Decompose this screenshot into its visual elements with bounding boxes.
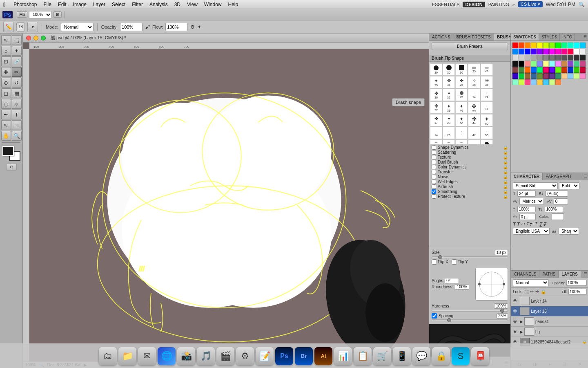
swatch-cell-26[interactable] bbox=[525, 55, 530, 61]
super-icon[interactable]: T+ bbox=[530, 221, 534, 227]
layer-14-visibility[interactable]: 👁 bbox=[513, 298, 519, 303]
scattering-cb[interactable] bbox=[432, 150, 436, 155]
history-tool[interactable]: ↺ bbox=[12, 78, 22, 88]
size-slider-track[interactable] bbox=[432, 256, 508, 258]
swatch-cell-64[interactable] bbox=[537, 73, 543, 79]
swatch-cell-45[interactable] bbox=[568, 61, 573, 67]
quick-mask-btn[interactable]: ⊙ bbox=[6, 163, 17, 171]
tablet-icon[interactable]: ✦ bbox=[197, 24, 201, 30]
swatch-cell-21[interactable] bbox=[568, 49, 573, 54]
swatch-cell-27[interactable] bbox=[531, 55, 537, 61]
menu-filter[interactable]: Filter bbox=[132, 2, 143, 7]
minimize-btn[interactable] bbox=[33, 36, 38, 40]
baseline-input[interactable] bbox=[519, 214, 536, 220]
arrange-btn[interactable]: ⊞ bbox=[53, 11, 62, 18]
swatch-cell-68[interactable] bbox=[561, 73, 567, 79]
pen-tool[interactable]: ✒ bbox=[1, 110, 11, 119]
mode-select[interactable]: Normal bbox=[61, 23, 94, 31]
brush-cell[interactable]: ✤44 bbox=[468, 114, 480, 126]
swatch-cell-33[interactable] bbox=[568, 55, 573, 61]
layer-item-bg[interactable]: 👁 ▶ bg bbox=[511, 327, 588, 337]
swatch-cell-9[interactable] bbox=[568, 43, 573, 48]
shape-dynamics-cb[interactable] bbox=[432, 145, 436, 150]
menu-view[interactable]: View bbox=[187, 2, 198, 7]
swatch-cell-75[interactable] bbox=[531, 79, 537, 85]
swatch-cell-67[interactable] bbox=[555, 73, 561, 79]
sub-icon[interactable]: T- bbox=[535, 221, 538, 227]
underline-icon[interactable]: T bbox=[539, 222, 542, 227]
swatch-cell-59[interactable] bbox=[580, 67, 586, 73]
ps-btn-icon[interactable]: Mb bbox=[17, 11, 27, 18]
layer-item-15[interactable]: 👁 Layer 15 bbox=[511, 306, 588, 316]
brush-cell[interactable]: ·26 bbox=[443, 127, 455, 139]
brush-cell[interactable]: ❋36 bbox=[481, 76, 493, 88]
tab-styles[interactable]: STYLES bbox=[539, 34, 560, 40]
brush-cell[interactable]: ✤17 bbox=[430, 114, 442, 126]
lock-paint-btn[interactable]: ✏ bbox=[530, 289, 534, 294]
swatch-cell-40[interactable] bbox=[537, 61, 543, 67]
opacity-input[interactable] bbox=[566, 280, 587, 286]
text-color-picker[interactable] bbox=[552, 213, 564, 220]
eraser-tool[interactable]: ◻ bbox=[1, 88, 11, 98]
magic-wand-tool[interactable]: ✦ bbox=[12, 46, 22, 56]
font-size-input[interactable] bbox=[517, 191, 536, 197]
bg-visibility[interactable]: 👁 bbox=[513, 329, 519, 334]
italic-icon[interactable]: T bbox=[517, 222, 520, 227]
tab-paragraph[interactable]: PARAGRAPH bbox=[543, 173, 574, 180]
swatch-cell-74[interactable] bbox=[525, 79, 530, 85]
dock-system-prefs[interactable]: ⚙ bbox=[236, 347, 254, 365]
flip-x-cb[interactable] bbox=[432, 259, 437, 265]
swatch-cell-61[interactable] bbox=[519, 73, 524, 79]
dock-ai[interactable]: Ai bbox=[314, 347, 332, 365]
swatch-cell-47[interactable] bbox=[580, 61, 586, 67]
swatch-cell-17[interactable] bbox=[543, 49, 549, 54]
menu-image[interactable]: Image bbox=[73, 2, 87, 7]
shape-dynamics-lock[interactable]: 🔒 bbox=[503, 145, 508, 150]
flip-y-checkbox[interactable]: Flip Y bbox=[452, 259, 468, 265]
hardness-slider-track[interactable] bbox=[432, 310, 508, 312]
color-dynamics-lock[interactable]: 🔒 bbox=[503, 165, 508, 169]
flip-y-cb[interactable] bbox=[452, 259, 457, 265]
menu-analysis[interactable]: Analysis bbox=[149, 2, 168, 7]
swatch-cell-51[interactable] bbox=[531, 67, 537, 73]
cslive-btn[interactable]: CS Live ▾ bbox=[518, 1, 543, 7]
layer-15-visibility[interactable]: 👁 bbox=[513, 309, 519, 314]
heal-tool[interactable]: ✚ bbox=[1, 67, 11, 77]
brush-cell[interactable]: ·14 bbox=[430, 127, 442, 139]
brush-cell[interactable]: 30 bbox=[455, 63, 468, 76]
airbrush-cb[interactable] bbox=[432, 184, 436, 189]
texture-lock[interactable]: 🔒 bbox=[503, 155, 508, 159]
font-style-select[interactable]: Bold bbox=[559, 182, 579, 189]
noise-cb[interactable] bbox=[432, 175, 436, 179]
char-expand[interactable]: ☰ bbox=[583, 173, 588, 180]
dock-messages[interactable]: 💬 bbox=[412, 347, 430, 365]
tab-swatches[interactable]: SWATCHES bbox=[511, 34, 539, 40]
swatch-cell-79[interactable] bbox=[555, 79, 561, 85]
swatch-cell-24[interactable] bbox=[512, 55, 518, 61]
swatch-cell-52[interactable] bbox=[537, 67, 543, 73]
all-caps-icon[interactable]: TT bbox=[521, 222, 525, 226]
swatch-cell-16[interactable] bbox=[537, 49, 543, 54]
menu-file[interactable]: File bbox=[44, 2, 51, 7]
swatch-cell-10[interactable] bbox=[574, 43, 579, 48]
h-scale-input[interactable] bbox=[517, 206, 536, 212]
fill-input[interactable] bbox=[568, 289, 587, 295]
tab-brush-presets[interactable]: BRUSH PRESETS bbox=[453, 34, 494, 40]
spacing-slider-track[interactable] bbox=[432, 319, 508, 321]
crop-tool[interactable]: ⊡ bbox=[1, 56, 11, 66]
swatch-cell-62[interactable] bbox=[525, 73, 530, 79]
brush-cell[interactable]: 25 bbox=[455, 89, 468, 101]
opacity-input[interactable] bbox=[120, 23, 143, 31]
maximize-btn[interactable] bbox=[41, 36, 46, 40]
swatch-cell-38[interactable] bbox=[525, 61, 530, 67]
swatch-cell-71[interactable] bbox=[580, 73, 586, 79]
anti-alias-select[interactable]: Sharp bbox=[559, 228, 579, 235]
tab-layers[interactable]: LAYERS bbox=[559, 271, 581, 278]
kerning-input[interactable] bbox=[554, 198, 568, 204]
flip-x-checkbox[interactable]: Flip X bbox=[432, 259, 448, 265]
swatch-cell-53[interactable] bbox=[543, 67, 549, 73]
swatch-cell-25[interactable] bbox=[519, 55, 524, 61]
swatch-cell-23[interactable] bbox=[580, 49, 586, 54]
gradient-tool[interactable]: ▦ bbox=[12, 88, 22, 98]
swatch-cell-14[interactable] bbox=[525, 49, 530, 54]
